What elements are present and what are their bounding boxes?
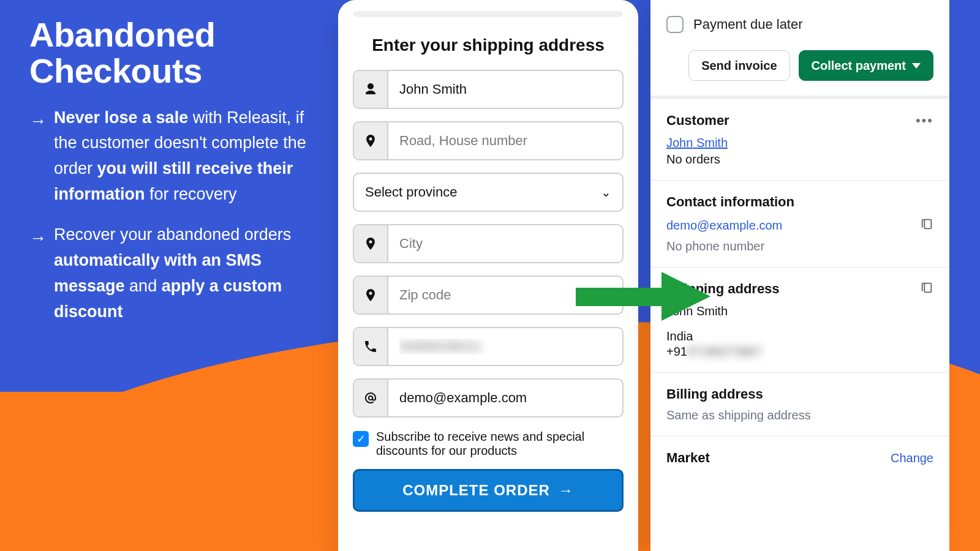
arrow-icon: →: [29, 225, 47, 251]
city-input[interactable]: [388, 236, 622, 252]
no-phone-text: No phone number: [666, 239, 933, 253]
shipping-name: John Smith: [666, 304, 933, 318]
more-icon[interactable]: •••: [916, 113, 933, 129]
customer-orders: No orders: [666, 152, 933, 167]
svg-rect-1: [924, 220, 931, 229]
province-select[interactable]: Select province ⌄: [353, 173, 624, 212]
province-label: Select province: [365, 184, 457, 200]
billing-heading: Billing address: [666, 386, 933, 402]
clipboard-icon[interactable]: [920, 281, 933, 297]
subscribe-checkbox[interactable]: ✓: [353, 431, 369, 447]
bullet-1: → Never lose a sale with Releasit, if th…: [29, 105, 311, 208]
address-field[interactable]: [353, 121, 624, 160]
subscribe-row[interactable]: ✓ Subscribe to receive news and special …: [353, 430, 624, 458]
user-icon: [354, 71, 388, 108]
shipping-phone: +9107186273667: [666, 345, 933, 359]
email-field[interactable]: [353, 378, 624, 418]
chevron-down-icon: ⌄: [601, 185, 611, 200]
send-invoice-button[interactable]: Send invoice: [688, 50, 790, 81]
pin-icon: [354, 277, 388, 313]
payment-due-later-checkbox[interactable]: [666, 16, 684, 33]
arrow-right-icon: →: [559, 482, 574, 499]
hero-title: AbandonedCheckouts: [29, 17, 311, 89]
shipping-country: India: [666, 329, 933, 343]
billing-same: Same as shipping address: [666, 408, 933, 422]
caret-down-icon: [912, 63, 921, 69]
admin-panel: Payment due later Send invoice Collect p…: [650, 0, 949, 551]
payment-due-later-label: Payment due later: [693, 17, 803, 32]
zip-input[interactable]: [388, 287, 622, 303]
name-input[interactable]: [388, 81, 622, 97]
subscribe-text: Subscribe to receive news and special di…: [376, 430, 624, 458]
pin-icon: [354, 225, 388, 262]
svg-rect-2: [924, 283, 931, 293]
contact-email[interactable]: demo@example.com: [666, 219, 782, 233]
name-field[interactable]: [353, 70, 624, 109]
drag-handle: [353, 11, 623, 17]
complete-order-button[interactable]: COMPLETE ORDER →: [353, 469, 624, 512]
bullet-2: → Recover your abandoned orders automati…: [29, 222, 311, 324]
form-heading: Enter your shipping address: [353, 36, 624, 55]
collect-payment-button[interactable]: Collect payment: [799, 50, 933, 81]
shipping-heading: Shipping address: [666, 281, 780, 297]
address-input[interactable]: [388, 133, 622, 149]
city-field[interactable]: [353, 224, 624, 263]
zip-field[interactable]: [353, 276, 624, 315]
customer-name-link[interactable]: John Smith: [666, 136, 728, 149]
arrow-icon: →: [29, 108, 47, 134]
phone-input[interactable]: [388, 339, 622, 354]
at-icon: [354, 380, 388, 416]
shipping-form-card: Enter your shipping address Select provi…: [338, 0, 638, 551]
phone-icon: [354, 328, 388, 365]
phone-field[interactable]: [353, 327, 624, 366]
email-input[interactable]: [388, 390, 622, 406]
market-change-link[interactable]: Change: [891, 451, 933, 465]
market-heading: Market: [666, 450, 710, 466]
clipboard-icon[interactable]: [920, 217, 933, 233]
contact-heading: Contact information: [666, 194, 933, 210]
customer-heading: Customer: [666, 113, 729, 129]
pin-icon: [354, 122, 388, 159]
